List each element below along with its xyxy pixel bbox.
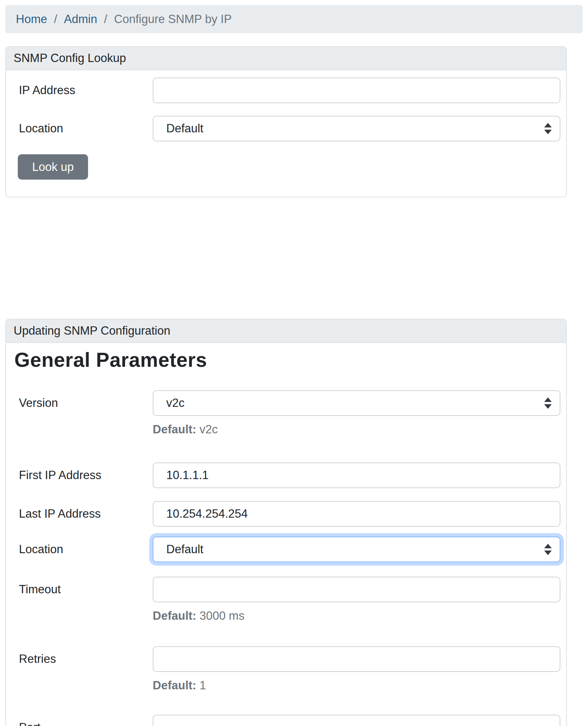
breadcrumb: Home / Admin / Configure SNMP by IP (5, 5, 583, 33)
breadcrumb-link-home[interactable]: Home (16, 12, 47, 26)
default-hint-label: Default: (153, 423, 196, 436)
port-input[interactable] (153, 715, 560, 726)
first-ip-label: First IP Address (14, 462, 153, 482)
timeout-default-hint: Default: 3000 ms (153, 608, 560, 624)
last-ip-label: Last IP Address (14, 501, 153, 521)
form-row-ip-address: IP Address (14, 78, 560, 103)
breadcrumb-current: Configure SNMP by IP (114, 12, 232, 26)
version-select[interactable]: v2c (153, 390, 560, 416)
retries-label: Retries (14, 646, 153, 666)
form-row-port: Port (14, 715, 560, 726)
last-ip-input[interactable] (153, 501, 560, 527)
port-label: Port (14, 715, 153, 726)
retries-input[interactable] (153, 646, 560, 672)
ip-address-input[interactable] (153, 78, 560, 103)
page: Home / Admin / Configure SNMP by IP SNMP… (0, 0, 588, 726)
snmp-update-card: Updating SNMP Configuration General Para… (5, 319, 567, 726)
look-up-button[interactable]: Look up (18, 154, 88, 180)
first-ip-input[interactable] (153, 462, 560, 488)
snmp-lookup-card-header: SNMP Config Lookup (6, 47, 566, 70)
version-selected-value: v2c (166, 396, 184, 410)
breadcrumb-separator: / (104, 12, 107, 26)
lookup-location-selected-value: Default (166, 122, 203, 135)
form-row-timeout: Timeout Default: 3000 ms (14, 577, 560, 624)
breadcrumb-link-admin[interactable]: Admin (64, 12, 97, 26)
form-row-update-location: Location Default (14, 537, 560, 562)
lookup-location-select[interactable]: Default (153, 116, 560, 141)
default-hint-value: 3000 ms (200, 609, 244, 622)
snmp-lookup-card: SNMP Config Lookup IP Address Location D… (5, 46, 567, 197)
ip-address-label: IP Address (14, 78, 153, 97)
update-location-selected-value: Default (166, 543, 203, 556)
form-row-last-ip: Last IP Address (14, 501, 560, 527)
snmp-lookup-card-body: IP Address Location Default Look up (6, 70, 566, 197)
update-location-select[interactable]: Default (153, 537, 560, 562)
form-row-retries: Retries Default: 1 (14, 646, 560, 694)
breadcrumb-separator: / (54, 12, 57, 26)
snmp-update-card-title: Updating SNMP Configuration (14, 324, 170, 338)
snmp-update-card-body: General Parameters Version v2c Default: … (6, 343, 566, 726)
version-label: Version (14, 390, 153, 410)
snmp-lookup-card-title: SNMP Config Lookup (14, 51, 126, 65)
version-default-hint: Default: v2c (153, 421, 560, 438)
form-row-first-ip: First IP Address (14, 462, 560, 488)
general-parameters-heading: General Parameters (14, 349, 560, 371)
default-hint-label: Default: (153, 679, 196, 692)
default-hint-value: 1 (200, 679, 206, 692)
lookup-location-label: Location (14, 116, 153, 135)
default-hint-value: v2c (200, 423, 218, 436)
timeout-input[interactable] (153, 577, 560, 602)
retries-default-hint: Default: 1 (153, 677, 560, 694)
default-hint-label: Default: (153, 609, 196, 622)
form-row-version: Version v2c Default: v2c (14, 390, 560, 438)
timeout-label: Timeout (14, 577, 153, 596)
snmp-update-card-header: Updating SNMP Configuration (6, 320, 566, 343)
form-row-lookup-location: Location Default (14, 116, 560, 141)
update-location-label: Location (14, 537, 153, 556)
